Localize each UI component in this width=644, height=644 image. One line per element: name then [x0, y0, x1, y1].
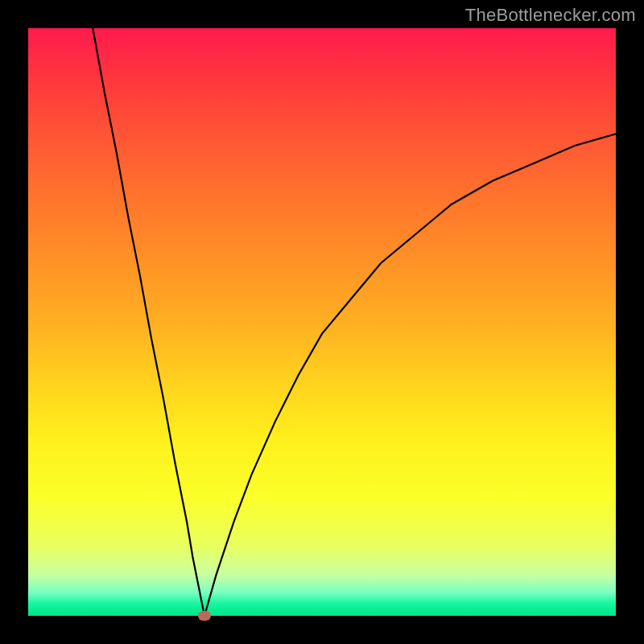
- chart-stage: TheBottlenecker.com: [0, 0, 644, 644]
- plot-gradient-background: [28, 28, 616, 616]
- watermark-text: TheBottlenecker.com: [465, 5, 636, 26]
- minimum-marker-icon: [198, 611, 211, 621]
